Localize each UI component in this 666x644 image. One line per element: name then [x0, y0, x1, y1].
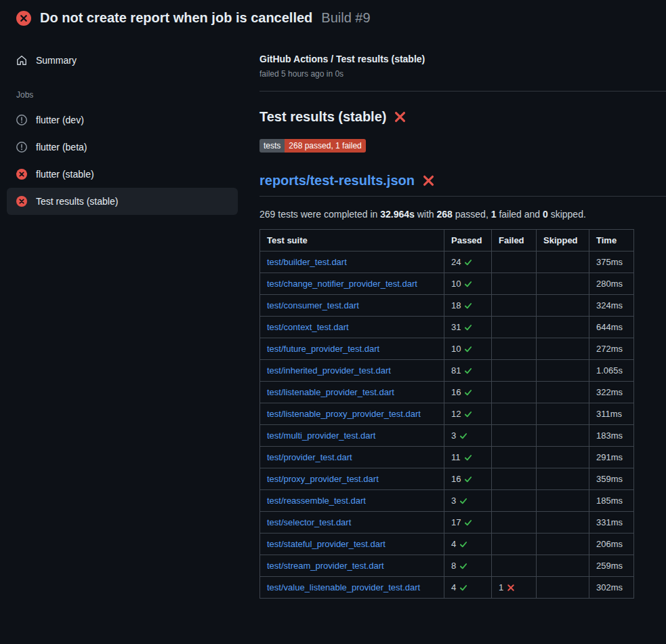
passed-count: 12: [451, 409, 461, 419]
suite-cell: test/reassemble_test.dart: [260, 490, 444, 512]
failed-cell: [492, 555, 537, 577]
passed-cell: 11: [444, 447, 492, 468]
table-header-passed: Passed: [444, 230, 492, 251]
suite-cell: test/context_test.dart: [260, 317, 444, 338]
table-row: test/reassemble_test.dart3185ms: [260, 490, 634, 512]
table-header-time: Time: [589, 230, 634, 251]
check-icon: [464, 280, 472, 288]
passed-cell: 31: [444, 317, 492, 338]
test-suite-link[interactable]: test/stateful_provider_test.dart: [267, 539, 386, 549]
check-icon: [459, 432, 467, 440]
suite-cell: test/stream_provider_test.dart: [260, 555, 444, 577]
passed-cell: 3: [444, 490, 492, 512]
passed-count: 4: [451, 582, 456, 592]
test-suite-link[interactable]: test/listenable_proxy_provider_test.dart: [267, 409, 421, 419]
check-icon: [464, 388, 472, 397]
time-cell: 324ms: [589, 295, 634, 317]
test-suite-link[interactable]: test/change_notifier_provider_test.dart: [267, 279, 417, 289]
failed-x-icon: [394, 110, 407, 123]
passed-cell: 16: [444, 382, 492, 403]
skipped-cell: [537, 555, 589, 577]
time-cell: 206ms: [589, 534, 634, 555]
check-icon: [464, 258, 472, 266]
check-icon: [464, 323, 472, 331]
table-row: test/listenable_provider_test.dart16322m…: [260, 382, 634, 403]
test-suite-link[interactable]: test/proxy_provider_test.dart: [267, 474, 379, 484]
table-row: test/listenable_proxy_provider_test.dart…: [260, 403, 634, 425]
check-icon: [464, 345, 472, 353]
test-suite-link[interactable]: test/provider_test.dart: [267, 452, 352, 462]
failed-cell: [492, 317, 537, 338]
summary-text: with: [415, 209, 437, 220]
summary-number: 1: [491, 209, 497, 220]
divider: [259, 91, 666, 92]
sidebar-job-item[interactable]: Test results (stable): [7, 188, 238, 215]
passed-count: 3: [451, 430, 456, 441]
failed-cell: [492, 251, 537, 273]
time-cell: 359ms: [589, 468, 634, 490]
summary-number: 0: [543, 209, 548, 220]
sidebar-job-item[interactable]: flutter (dev): [7, 106, 238, 134]
skipped-cell: [537, 512, 589, 534]
check-icon: [464, 410, 472, 418]
test-suite-link[interactable]: test/builder_test.dart: [267, 257, 347, 267]
summary-text: passed,: [453, 209, 491, 220]
job-label: flutter (beta): [36, 142, 87, 153]
check-icon: [459, 540, 467, 548]
passed-count: 24: [451, 257, 461, 267]
test-suite-link[interactable]: test/reassemble_test.dart: [267, 496, 366, 506]
suite-cell: test/future_provider_test.dart: [260, 338, 444, 360]
suite-cell: test/inherited_provider_test.dart: [260, 360, 444, 382]
suite-cell: test/change_notifier_provider_test.dart: [260, 273, 444, 295]
table-header-test-suite: Test suite: [260, 230, 444, 251]
passed-cell: 4: [444, 534, 492, 555]
skipped-cell: [537, 577, 589, 599]
time-cell: 291ms: [589, 447, 634, 468]
passed-cell: 12: [444, 403, 492, 425]
failed-cell: [492, 512, 537, 534]
test-suite-link[interactable]: test/future_provider_test.dart: [267, 344, 379, 354]
test-suite-link[interactable]: test/multi_provider_test.dart: [267, 430, 375, 441]
time-cell: 280ms: [589, 273, 634, 295]
job-label: Test results (stable): [36, 196, 118, 207]
sidebar-item-summary[interactable]: Summary: [7, 47, 238, 74]
test-suite-link[interactable]: test/value_listenable_provider_test.dart: [267, 582, 420, 592]
skipped-cell: [537, 382, 589, 403]
failed-count: 1: [499, 582, 503, 592]
table-row: test/context_test.dart31644ms: [260, 317, 634, 338]
suite-cell: test/builder_test.dart: [260, 251, 444, 273]
failed-cell: [492, 382, 537, 403]
test-suite-link[interactable]: test/listenable_provider_test.dart: [267, 387, 394, 397]
time-cell: 644ms: [589, 317, 634, 338]
passed-cell: 4: [444, 577, 492, 599]
jobs-list: flutter (dev)flutter (beta)flutter (stab…: [7, 106, 238, 215]
test-suite-link[interactable]: test/inherited_provider_test.dart: [267, 365, 391, 376]
passed-count: 4: [451, 539, 456, 549]
sidebar-job-item[interactable]: flutter (stable): [7, 161, 238, 188]
report-file-name: reports/test-results.json: [259, 173, 415, 188]
cancelled-circle-icon: [16, 115, 27, 125]
test-suite-link[interactable]: test/stream_provider_test.dart: [267, 561, 384, 571]
failed-cell: [492, 273, 537, 295]
suite-cell: test/stateful_provider_test.dart: [260, 534, 444, 555]
passed-count: 8: [451, 561, 456, 571]
run-status-line: failed 5 hours ago in 0s: [259, 69, 666, 79]
failed-circle-icon: [16, 196, 27, 207]
test-suite-link[interactable]: test/selector_test.dart: [267, 517, 351, 527]
passed-count: 18: [451, 300, 461, 310]
jobs-section-label: Jobs: [16, 90, 238, 100]
build-header: Do not create report when job is cancell…: [0, 0, 666, 35]
table-row: test/value_listenable_provider_test.dart…: [260, 577, 634, 599]
test-suite-link[interactable]: test/consumer_test.dart: [267, 300, 359, 310]
skipped-cell: [537, 403, 589, 425]
skipped-cell: [537, 468, 589, 490]
passed-count: 11: [451, 452, 461, 462]
cancelled-circle-icon: [16, 142, 27, 153]
time-cell: 375ms: [589, 251, 634, 273]
report-file-link[interactable]: reports/test-results.json: [259, 173, 666, 197]
failed-cell: [492, 425, 537, 447]
failed-cell: [492, 295, 537, 317]
test-suite-link[interactable]: test/context_test.dart: [267, 322, 349, 332]
sidebar-job-item[interactable]: flutter (beta): [7, 134, 238, 161]
section-title-text: Test results (stable): [259, 109, 386, 125]
